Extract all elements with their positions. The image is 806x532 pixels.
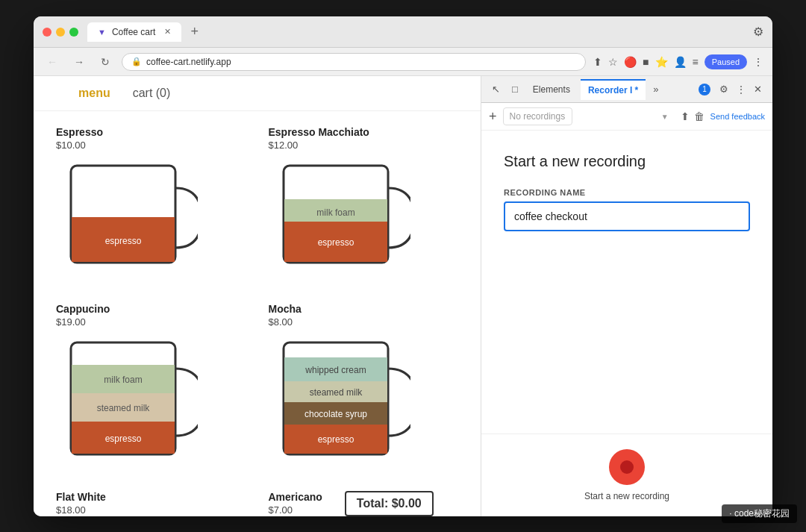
watermark: · code秘密花园 xyxy=(722,504,797,523)
product-price: $7.00 xyxy=(269,504,322,516)
extension4-icon[interactable]: 👤 xyxy=(674,56,687,68)
bookmark-icon[interactable]: ☆ xyxy=(608,56,618,68)
product-card-flatwhite[interactable]: Flat White $18.00 xyxy=(49,484,254,516)
browser-toolbar: ⬆ ☆ 🔴 ■ ⭐ 👤 ≡ Paused ⋮ xyxy=(593,54,763,69)
product-card-espresso[interactable]: Espresso $10.00 espresso xyxy=(49,119,254,288)
product-price: $10.00 xyxy=(56,140,246,151)
svg-text:espresso: espresso xyxy=(317,434,354,445)
product-price: $18.00 xyxy=(56,504,246,516)
browser-tab[interactable]: ▼ Coffee cart ✕ xyxy=(87,22,181,42)
close-button[interactable] xyxy=(43,28,51,37)
extension5-icon[interactable]: ≡ xyxy=(693,56,699,68)
recording-name-label: RECORDING NAME xyxy=(504,188,750,197)
record-indicator xyxy=(620,460,634,474)
devtools-close-icon[interactable]: ✕ xyxy=(749,81,766,98)
devtools-more-icon[interactable]: ⋮ xyxy=(736,84,746,96)
share-icon[interactable]: ⬆ xyxy=(593,56,602,68)
svg-text:steamed milk: steamed milk xyxy=(309,387,363,398)
reload-button[interactable]: ↻ xyxy=(96,54,114,69)
cup-svg-espresso: espresso xyxy=(56,158,198,278)
product-name: Americano xyxy=(269,491,322,503)
product-card-macchiato[interactable]: Espresso Macchiato $12.00 milk foam espr… xyxy=(261,119,466,288)
forward-button[interactable]: → xyxy=(69,54,89,69)
url-bar[interactable]: 🔒 coffee-cart.netlify.app xyxy=(122,53,586,71)
devtools-inspect-icon[interactable]: ↖ xyxy=(487,81,504,98)
more-tabs-icon[interactable]: » xyxy=(649,81,663,98)
add-recording-button[interactable]: + xyxy=(489,109,497,125)
recorder-title: Start a new recording xyxy=(504,153,750,170)
extension1-icon[interactable]: 🔴 xyxy=(624,56,637,68)
url-text: coffee-cart.netlify.app xyxy=(146,57,231,67)
tab-close-icon[interactable]: ✕ xyxy=(164,27,171,37)
svg-text:whipped cream: whipped cream xyxy=(304,365,366,375)
product-name: Espresso xyxy=(56,126,246,138)
tab-elements[interactable]: Elements xyxy=(525,80,578,99)
product-name: Mocha xyxy=(269,303,459,315)
address-bar: ← → ↻ 🔒 coffee-cart.netlify.app ⬆ ☆ 🔴 ■ … xyxy=(34,48,772,76)
lock-icon: 🔒 xyxy=(131,57,142,66)
record-btn-label: Start a new recording xyxy=(584,491,669,501)
console-badge: 1 xyxy=(699,84,710,96)
extension2-icon[interactable]: ■ xyxy=(643,56,649,68)
product-card-mocha[interactable]: Mocha $8.00 whipped cream steamed milk xyxy=(261,295,466,476)
shop-nav: menu cart (0) xyxy=(34,76,481,111)
new-tab-button[interactable]: + xyxy=(184,24,204,40)
devtools-tabs: ↖ □ Elements Recorder I * » 1 ⚙ ⋮ ✕ xyxy=(481,76,772,103)
cup-svg-macchiato: milk foam espresso xyxy=(269,158,410,278)
product-name: Cappucino xyxy=(56,303,246,315)
minimize-button[interactable] xyxy=(56,28,65,37)
svg-text:espresso: espresso xyxy=(317,237,354,248)
export-recording-icon[interactable]: ⬆ xyxy=(681,110,690,122)
delete-recording-icon[interactable]: 🗑 xyxy=(694,110,705,122)
svg-text:milk foam: milk foam xyxy=(104,375,142,385)
svg-text:chocolate syrup: chocolate syrup xyxy=(304,409,366,419)
traffic-lights xyxy=(43,28,78,37)
svg-text:espresso: espresso xyxy=(105,236,142,246)
tab-title: Coffee cart xyxy=(112,27,155,37)
start-recording-button[interactable] xyxy=(609,449,645,485)
devtools-toolbar-icons: ⬆ 🗑 xyxy=(681,110,705,122)
recording-name-input[interactable] xyxy=(504,201,750,231)
browser-settings-icon[interactable]: ⚙ xyxy=(753,25,763,39)
paused-button[interactable]: Paused xyxy=(705,54,747,69)
product-card-americano[interactable]: Americano $7.00 xyxy=(261,484,330,516)
total-badge: Total: $0.00 xyxy=(345,491,434,516)
coffee-shop: menu cart (0) Espresso $10.00 xyxy=(34,76,481,516)
maximize-button[interactable] xyxy=(69,28,78,37)
more-options-icon[interactable]: ⋮ xyxy=(753,56,763,68)
back-button[interactable]: ← xyxy=(43,54,62,69)
product-price: $12.00 xyxy=(269,140,459,151)
product-price: $19.00 xyxy=(56,316,246,328)
content-area: menu cart (0) Espresso $10.00 xyxy=(34,76,772,516)
devtools-toolbar: + No recordings ▼ ⬆ 🗑 Send feedback xyxy=(481,103,772,131)
cart-label[interactable]: cart (0) xyxy=(133,87,171,100)
cup-svg-mocha: whipped cream steamed milk chocolate syr… xyxy=(269,335,410,466)
menu-link[interactable]: menu xyxy=(78,87,110,100)
devtools-panel: ↖ □ Elements Recorder I * » 1 ⚙ ⋮ ✕ + No… xyxy=(481,76,772,516)
title-bar: ▼ Coffee cart ✕ + ⚙ xyxy=(34,16,772,48)
send-feedback-link[interactable]: Send feedback xyxy=(710,112,765,121)
svg-text:steamed milk: steamed milk xyxy=(97,403,151,413)
devtools-settings-icon[interactable]: ⚙ xyxy=(715,81,733,98)
svg-text:espresso: espresso xyxy=(105,434,142,444)
recordings-select[interactable]: No recordings xyxy=(503,107,572,125)
devtools-device-icon[interactable]: □ xyxy=(507,81,522,98)
product-name: Flat White xyxy=(56,491,246,503)
products-grid: Espresso $10.00 espresso xyxy=(34,111,481,484)
extension3-icon[interactable]: ⭐ xyxy=(655,56,668,68)
tab-area: ▼ Coffee cart ✕ + xyxy=(87,22,753,42)
product-card-cappucino[interactable]: Cappucino $19.00 milk foam steamed milk xyxy=(49,295,254,476)
tab-favicon-icon: ▼ xyxy=(98,28,106,37)
cup-svg-cappucino: milk foam steamed milk espresso xyxy=(56,335,198,466)
product-name: Espresso Macchiato xyxy=(269,126,459,138)
svg-text:milk foam: milk foam xyxy=(316,207,354,218)
recorder-content: Start a new recording RECORDING NAME xyxy=(481,131,772,434)
tab-recorder[interactable]: Recorder I * xyxy=(581,79,646,100)
bottom-products: Flat White $18.00 Americano $7.00 Total:… xyxy=(34,484,481,516)
product-price: $8.00 xyxy=(269,316,459,328)
